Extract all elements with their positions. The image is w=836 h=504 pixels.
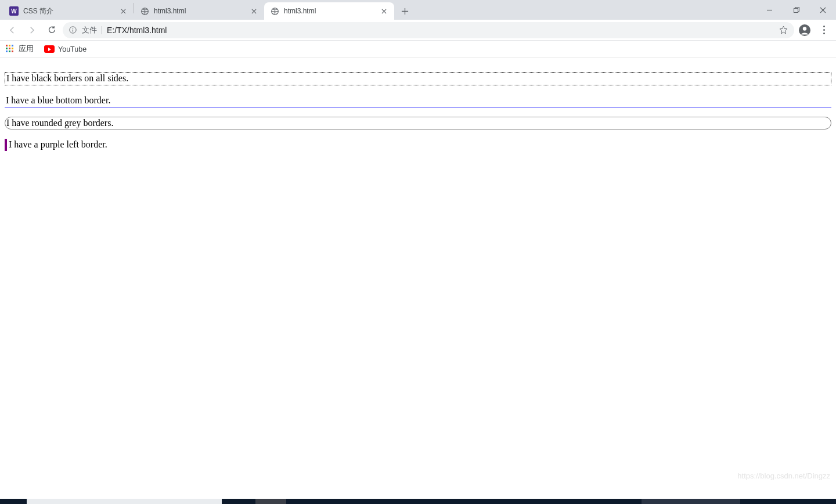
tab-close-button[interactable] [379, 6, 388, 16]
svg-rect-2 [794, 8, 798, 12]
svg-point-6 [803, 27, 806, 30]
url-prefix: 文件 [82, 25, 97, 35]
url-separator [102, 26, 102, 34]
watermark-text: https://blog.csdn.net/Dingzz [737, 471, 830, 480]
toolbar: 文件 E:/TX/html3.html [0, 20, 836, 41]
window-maximize-button[interactable] [783, 1, 809, 19]
youtube-icon [44, 45, 55, 53]
bookmarks-bar: 应用 YouTube [0, 41, 836, 58]
back-button[interactable] [3, 21, 21, 39]
paragraph-rounded-grey-border: I have rounded grey borders. [5, 117, 831, 130]
apps-grid-icon [6, 45, 15, 54]
w3-favicon-icon: W [9, 6, 19, 16]
bookmarks-apps-label: 应用 [19, 44, 34, 54]
taskbar[interactable] [0, 499, 836, 504]
forward-button[interactable] [23, 21, 41, 39]
tab-title: html3.html [284, 7, 374, 15]
profile-button[interactable] [797, 22, 813, 38]
bookmarks-apps[interactable]: 应用 [6, 44, 34, 54]
window-controls [756, 0, 836, 20]
viewport: I have black borders on all sides. I hav… [0, 58, 836, 499]
tab-close-button[interactable] [118, 6, 128, 16]
url-text: E:/TX/html3.html [107, 26, 774, 35]
paragraph-purple-left-border: I have a purple left border. [5, 139, 831, 151]
tab-1[interactable]: html3.html [134, 2, 264, 20]
menu-button[interactable] [815, 21, 833, 39]
tab-close-button[interactable] [249, 6, 258, 16]
window-minimize-button[interactable] [756, 1, 783, 19]
globe-favicon-icon [140, 6, 149, 16]
tab-strip: W CSS 简介 html3.html html3.html [0, 0, 836, 20]
bookmark-star-icon[interactable] [779, 25, 788, 35]
new-tab-button[interactable] [397, 3, 413, 19]
bookmark-youtube[interactable]: YouTube [44, 45, 87, 53]
bookmark-youtube-label: YouTube [58, 45, 87, 53]
tab-0[interactable]: W CSS 简介 [3, 2, 134, 20]
tab-2-active[interactable]: html3.html [264, 2, 394, 20]
tab-title: CSS 简介 [23, 6, 114, 16]
reload-button[interactable] [43, 21, 60, 39]
page-content: I have black borders on all sides. I hav… [0, 58, 836, 165]
tab-title: html3.html [154, 7, 244, 15]
paragraph-dotted-border: I have black borders on all sides. [5, 72, 831, 85]
svg-point-4 [73, 28, 74, 29]
address-bar[interactable]: 文件 E:/TX/html3.html [63, 22, 794, 38]
paragraph-blue-bottom-border: I have a blue bottom border. [5, 95, 831, 107]
globe-favicon-icon [270, 6, 279, 16]
site-info-icon[interactable] [69, 26, 77, 34]
window-close-button[interactable] [809, 1, 836, 19]
